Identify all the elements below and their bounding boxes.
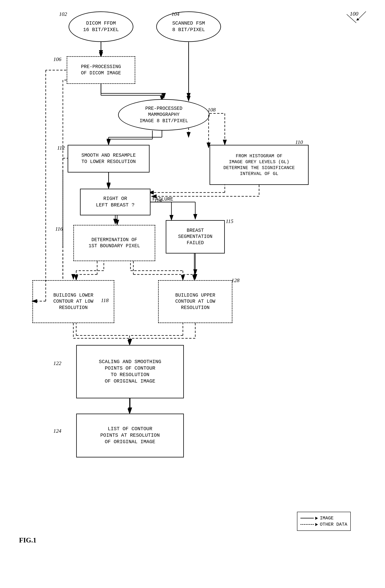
node-110: FROM HISTOGRAM OF IMAGE GREY LEVELS (GL)… (210, 145, 309, 185)
legend-item-other: OTHER DATA (300, 522, 347, 527)
node-128: BUILDING UPPER CONTOUR AT LOW RESOLUTION (158, 280, 232, 323)
ref-112: 112 (57, 145, 65, 151)
ref-115: 115 (226, 218, 233, 224)
node-114: RIGHT OR LEFT BREAST ? (80, 189, 150, 215)
legend-box: IMAGE OTHER DATA (297, 512, 351, 531)
legend-dashed-line (300, 524, 314, 525)
ref-124: 124 (53, 428, 61, 434)
node-124: LIST OF CONTOUR POINTS AT RESOLUTION OF … (76, 414, 184, 458)
ref-118: 118 (101, 297, 109, 303)
legend-dashed-arrow (315, 523, 318, 526)
ref-104: 104 (171, 11, 180, 17)
node-102: DICOM FFDM 16 BIT/PIXEL (69, 11, 133, 42)
ref-122: 122 (53, 360, 61, 366)
node-108: PRE-PROCESSED MAMMOGRAPHY IMAGE 8 BIT/PI… (118, 99, 210, 130)
ref-106: 106 (53, 56, 61, 62)
node-115: BREAST SEGMENTATION FAILED (166, 220, 225, 253)
node-106: PRE-PROCESSING OF DICOM IMAGE (67, 56, 135, 84)
node-116: DETERMINATION OF 1ST BOUNDARY PIXEL (73, 225, 155, 261)
legend-solid-line (300, 518, 314, 518)
failure-label: FAILURE (152, 196, 173, 202)
node-112: SMOOTH AND RESAMPLE TO LOWER RESOLUTION (68, 145, 150, 172)
legend-solid-arrow (315, 517, 318, 520)
node-122: SCALING AND SMOOTHING POINTS OF CONTOUR … (76, 345, 184, 398)
fig-label: FIG.1 (19, 536, 36, 544)
ref-100-tick (347, 10, 370, 21)
diagram-container: 100 DICOM FFDM 16 BIT/PIXEL 102 SCANNED … (0, 0, 385, 588)
ref-128: 128 (231, 277, 240, 283)
ref-102: 102 (59, 11, 67, 17)
ref-116: 116 (55, 226, 63, 232)
ref-108: 108 (208, 107, 216, 113)
legend-item-image: IMAGE (300, 516, 347, 521)
svg-line-41 (358, 11, 366, 19)
ref-110: 110 (295, 139, 303, 145)
node-104: SCANNED FSM 8 BIT/PIXEL (156, 11, 221, 42)
